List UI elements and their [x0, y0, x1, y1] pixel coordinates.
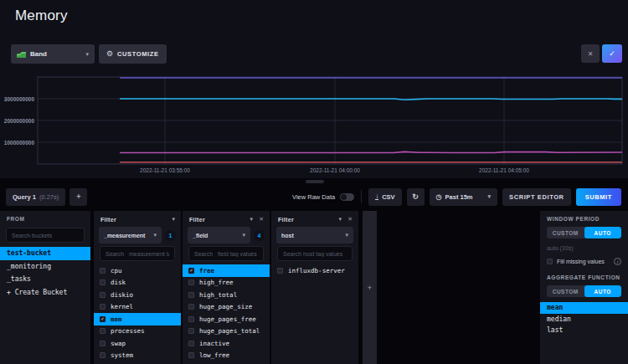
tag-key-dropdown[interactable]: _measurement▾	[99, 227, 162, 244]
bucket-search-input[interactable]	[6, 228, 85, 243]
checkbox[interactable]	[100, 292, 106, 298]
view-raw-data-toggle[interactable]	[340, 193, 354, 201]
svg-text:2022-11-21 04:00:00: 2022-11-21 04:00:00	[310, 167, 360, 173]
window-custom-button[interactable]: CUSTOM	[547, 227, 584, 238]
view-raw-data-label: View Raw Data	[292, 193, 335, 201]
tag-value-item[interactable]: processes	[94, 326, 181, 338]
divider	[361, 190, 362, 203]
add-filter-button[interactable]: +	[363, 211, 377, 364]
query-tab[interactable]: Query 1 (0.27s)	[6, 188, 65, 206]
tag-value-item[interactable]: high_total	[183, 289, 270, 301]
checkbox[interactable]	[188, 328, 194, 334]
time-range-dropdown[interactable]: ◷ Past 15m ▾	[430, 188, 497, 206]
svg-text:2000000000: 2000000000	[4, 118, 35, 124]
chevron-down-icon: ▾	[153, 232, 157, 238]
tag-value-search-input[interactable]	[100, 246, 175, 261]
bucket-list-item[interactable]: _tasks	[0, 273, 90, 286]
bucket-list-item[interactable]: test-bucket	[0, 247, 90, 260]
query-duration: (0.27s)	[39, 193, 59, 201]
window-period-title: WINDOW PERIOD	[547, 216, 621, 222]
checkbox[interactable]	[100, 268, 106, 274]
checkbox[interactable]	[188, 352, 194, 358]
tag-value-item[interactable]: diskio	[94, 289, 181, 301]
checkbox[interactable]	[100, 328, 106, 334]
graph-type-label: Band	[30, 50, 81, 58]
tag-value-item[interactable]: kernel	[94, 301, 181, 314]
checkbox[interactable]	[100, 279, 106, 285]
tag-value-search-input[interactable]	[188, 246, 264, 261]
tag-value-item[interactable]: huge_pages_free	[183, 313, 270, 326]
checkbox[interactable]	[188, 279, 194, 285]
bucket-list-item[interactable]: _monitoring	[0, 260, 90, 274]
close-icon[interactable]: ✕	[259, 216, 264, 223]
tag-value-item[interactable]: influxdb-server	[271, 264, 358, 277]
tag-value-label: mem	[111, 315, 122, 323]
tag-value-item[interactable]: low_free	[183, 350, 270, 362]
tag-value-item[interactable]: cpu	[94, 264, 181, 277]
cancel-button[interactable]: ✕	[581, 44, 600, 63]
tag-value-search-input[interactable]	[277, 246, 353, 261]
chevron-down-icon[interactable]: ▾	[250, 216, 254, 223]
add-query-button[interactable]: +	[69, 188, 87, 206]
filter-title: Filter	[100, 217, 116, 223]
page-title: Memory	[15, 8, 68, 24]
script-editor-button[interactable]: SCRIPT EDITOR	[502, 188, 571, 206]
aggregate-title: AGGREGATE FUNCTION	[547, 274, 621, 280]
checkbox[interactable]	[188, 292, 194, 298]
tag-key-label: host	[281, 233, 345, 238]
checkbox[interactable]	[188, 341, 194, 346]
aggregate-function-item[interactable]: last	[540, 325, 628, 336]
csv-download-button[interactable]: ↓ CSV	[368, 188, 401, 206]
download-icon: ↓	[375, 193, 378, 200]
tag-value-item[interactable]: swap	[94, 337, 181, 350]
checkbox[interactable]	[188, 316, 194, 322]
checkbox[interactable]	[188, 304, 194, 310]
fill-missing-checkbox[interactable]	[547, 259, 553, 264]
band-chart[interactable]: 3000000000200000000010000000002022-11-21…	[0, 74, 628, 178]
band-chart-icon	[17, 50, 26, 58]
svg-text:2022-11-21 04:05:00: 2022-11-21 04:05:00	[479, 167, 529, 173]
toggle-knob	[341, 194, 347, 200]
customize-button[interactable]: ⚙ CUSTOMIZE	[99, 44, 167, 64]
confirm-button[interactable]: ✓	[602, 44, 622, 63]
chevron-down-icon[interactable]: ▾	[172, 216, 175, 223]
tag-value-label: influxdb-server	[288, 267, 345, 274]
aggregate-auto-button[interactable]: AUTO	[584, 285, 622, 297]
tag-value-item[interactable]: high_free	[183, 277, 270, 290]
tag-value-item[interactable]: ✓free	[183, 264, 270, 277]
visualization-region: Memory Band ▾ ⚙ CUSTOMIZE ✕ ✓ 300	[0, 0, 628, 178]
aggregate-custom-button[interactable]: CUSTOM	[547, 285, 584, 297]
tag-value-list: cpudiskdiskiokernel✓memprocessesswapsyst…	[94, 264, 181, 361]
checkbox[interactable]	[100, 304, 106, 310]
tag-value-label: disk	[111, 279, 126, 286]
window-auto-button[interactable]: AUTO	[584, 227, 622, 238]
tag-value-item[interactable]: ✓mem	[94, 313, 181, 326]
tag-value-item[interactable]: huge_page_size	[183, 301, 270, 314]
graph-type-dropdown[interactable]: Band ▾	[11, 44, 95, 64]
aggregate-function-item[interactable]: mean	[540, 302, 628, 314]
resize-drag-handle[interactable]	[306, 180, 324, 183]
checkbox[interactable]: ✓	[188, 268, 194, 274]
chevron-down-icon[interactable]: ▾	[339, 216, 342, 223]
checkbox[interactable]	[100, 341, 106, 346]
bucket-list-item[interactable]: + Create Bucket	[0, 286, 90, 300]
tag-key-label: _field	[193, 233, 242, 238]
tag-value-item[interactable]: disk	[94, 277, 181, 290]
tag-value-list: ✓freehigh_freehigh_totalhuge_page_sizehu…	[183, 264, 270, 361]
tag-value-item[interactable]: inactive	[183, 337, 270, 350]
checkbox[interactable]	[277, 268, 283, 274]
tag-value-label: free	[199, 267, 214, 274]
checkbox[interactable]: ✓	[100, 316, 106, 322]
tag-value-item[interactable]: huge_pages_total	[183, 326, 270, 338]
aggregate-mode-toggle: CUSTOM AUTO	[547, 285, 621, 297]
close-icon[interactable]: ✕	[347, 216, 353, 223]
tag-key-dropdown[interactable]: host▾	[276, 227, 353, 244]
tag-key-dropdown[interactable]: _field▾	[188, 227, 250, 244]
checkbox[interactable]	[100, 352, 106, 358]
refresh-button[interactable]: ↻	[407, 188, 425, 206]
chevron-down-icon: ▾	[488, 193, 492, 200]
svg-text:1000000000: 1000000000	[4, 140, 35, 146]
submit-button[interactable]: SUBMIT	[576, 188, 621, 206]
aggregate-function-item[interactable]: median	[540, 314, 628, 326]
tag-value-item[interactable]: system	[94, 350, 181, 362]
